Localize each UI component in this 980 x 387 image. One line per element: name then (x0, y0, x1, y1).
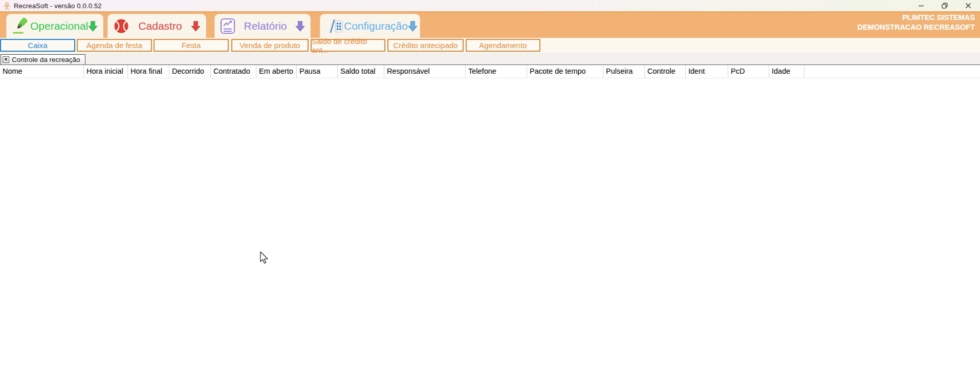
column-header-hora-final[interactable]: Hora final (128, 65, 169, 78)
title-bar: RecreaSoft - versão 0.0.0.52 (0, 0, 980, 11)
subtab-caixa[interactable]: Caixa (0, 39, 75, 52)
menu-tab-cadastro[interactable]: Cadastro (107, 14, 206, 38)
column-header-pulseira[interactable]: Pulseira (603, 65, 645, 78)
column-header-controle[interactable]: Controle (645, 65, 686, 78)
close-tab-icon[interactable]: ✕ (3, 56, 9, 63)
mouse-cursor-icon (260, 251, 269, 265)
license-name: DEMONSTRACAO RECREASOFT (857, 23, 975, 32)
grid-header-row: NomeHora inicialHora finalDecorridoContr… (0, 65, 980, 78)
grid-content-area (0, 78, 980, 387)
document-tab-strip: ✕Controle da recreação (0, 53, 980, 65)
arrow-down-icon (191, 20, 201, 32)
gingerbread-icon (3, 2, 11, 10)
menu-tab-label: Cadastro (129, 20, 191, 32)
subtab-agenda-de-festa[interactable]: Agenda de festa (77, 39, 152, 52)
document-tab-label: Controle da recreação (12, 56, 80, 63)
menu-tab-label: Relatório (235, 20, 295, 32)
column-header-em-aberto[interactable]: Em aberto (256, 65, 297, 78)
column-header-contratado[interactable]: Contratado (211, 65, 256, 78)
column-header-decorrido[interactable]: Decorrido (169, 65, 211, 78)
menu-tab-relatorio[interactable]: Relatório (214, 14, 311, 38)
column-header-idade[interactable]: Idade (769, 65, 804, 78)
menu-tab-label: Configuração (344, 20, 408, 32)
column-header-saldo-total[interactable]: Saldo total (338, 65, 384, 78)
application-window: RecreaSoft - versão 0.0.0.52 Operacional… (0, 0, 980, 387)
domino-icon (325, 18, 344, 34)
column-header-pcd[interactable]: PcD (728, 65, 769, 78)
menu-tab-configuracao[interactable]: Configuração (320, 14, 420, 38)
restore-button[interactable] (933, 0, 956, 11)
main-menu-bar: OperacionalCadastroRelatórioConfiguração… (0, 11, 980, 38)
highlighter-icon (12, 17, 30, 35)
arrow-down-icon (408, 20, 418, 32)
subtab-credito-antecipado[interactable]: Crédito antecipado (387, 39, 464, 52)
company-name: PLIMTEC SISTEMAS (857, 13, 975, 23)
menu-tab-label: Operacional (30, 20, 88, 32)
arrow-down-icon (88, 20, 98, 32)
window-title: RecreaSoft - versão 0.0.0.52 (14, 2, 102, 10)
column-header-telefone[interactable]: Telefone (466, 65, 527, 78)
menu-tab-operacional[interactable]: Operacional (6, 14, 103, 38)
arrow-down-icon (295, 20, 305, 32)
column-header-pacote-de-tempo[interactable]: Pacote de tempo (527, 65, 603, 78)
subtab-saldo-de-credito-ant[interactable]: Saldo de crédito ant... (311, 39, 385, 52)
document-tab-controle-da-recreacao[interactable]: ✕Controle da recreação (1, 54, 85, 64)
branding-block: PLIMTEC SISTEMAS DEMONSTRACAO RECREASOFT (857, 13, 975, 32)
column-header-hora-inicial[interactable]: Hora inicial (84, 65, 128, 78)
subtab-agendamento[interactable]: Agendamento (466, 39, 540, 52)
close-button[interactable] (956, 0, 980, 11)
column-header-pausa[interactable]: Pausa (297, 65, 338, 78)
subtab-festa[interactable]: Festa (154, 39, 229, 52)
minimize-button[interactable] (909, 0, 933, 11)
subtab-bar: CaixaAgenda de festaFestaVenda de produt… (0, 38, 980, 53)
chart-icon (220, 18, 235, 34)
column-header-ident[interactable]: Ident (686, 65, 728, 78)
column-header-responsavel[interactable]: Responsável (384, 65, 466, 78)
subtab-venda-de-produto[interactable]: Venda de produto (231, 39, 309, 52)
ball-icon (113, 18, 129, 34)
column-header-nome[interactable]: Nome (0, 65, 84, 78)
